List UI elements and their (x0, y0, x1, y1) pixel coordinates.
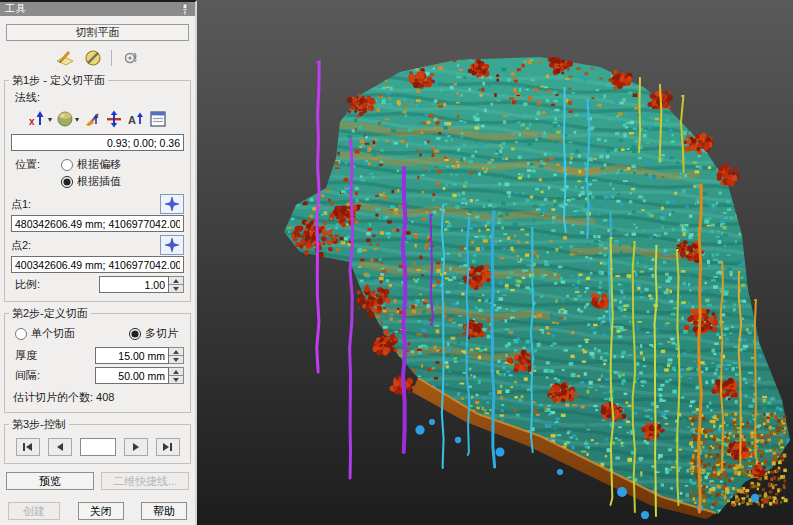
tool-toolbar (0, 47, 195, 69)
thickness-input[interactable] (95, 347, 169, 364)
normal-dialog-icon[interactable] (148, 110, 167, 129)
normal-label: 法线: (9, 90, 40, 105)
step2-group: 第2步-定义切面 单个切面 多切片 厚度 (4, 306, 191, 413)
first-slice-button[interactable] (16, 438, 40, 456)
sphere-dropdown-icon[interactable]: ▾ (75, 115, 79, 124)
application-window: 工具 切割平面 (0, 0, 793, 525)
tool-header-label: 切割平面 (76, 25, 120, 40)
grab-rotate-icon[interactable] (120, 48, 140, 68)
step1-legend: 第1步 - 定义切平面 (9, 73, 108, 88)
radio-multi-slices[interactable] (129, 328, 141, 340)
panel-title: 工具 (5, 2, 180, 16)
brush-normal-icon[interactable] (82, 110, 101, 129)
normal-value-input[interactable] (11, 134, 184, 151)
edit-cutting-plane-icon[interactable] (55, 48, 75, 68)
x-axis-arrow-icon[interactable]: x (28, 110, 47, 129)
invert-normal-icon[interactable] (104, 110, 123, 129)
point1-label: 点1: (11, 197, 31, 212)
radio-single-section[interactable] (15, 328, 27, 340)
point-cloud-canvas[interactable] (197, 0, 793, 525)
radio-by-value-label[interactable]: 根据插值 (77, 174, 121, 189)
auto-hide-pin-icon[interactable] (180, 3, 190, 15)
point1-pick-button[interactable] (160, 194, 184, 214)
step3-group: 第3步-控制 (4, 417, 191, 464)
position-label: 位置: (9, 155, 61, 191)
thickness-spinner (169, 347, 184, 364)
3d-viewport[interactable] (197, 0, 793, 525)
scale-spin-down[interactable] (169, 284, 183, 292)
scale-label: 比例: (11, 277, 99, 292)
preview-button[interactable]: 预览 (6, 472, 94, 490)
create-button[interactable]: 创建 (8, 502, 60, 520)
point2-label: 点2: (11, 238, 31, 253)
close-button[interactable]: 关闭 (78, 502, 124, 520)
radio-by-offset-label[interactable]: 根据偏移 (77, 157, 121, 172)
panel-titlebar[interactable]: 工具 (0, 2, 195, 16)
sphere-normal-icon[interactable] (55, 110, 74, 129)
x-axis-dropdown-icon[interactable]: ▾ (48, 115, 52, 124)
point2-value-input[interactable] (11, 256, 184, 273)
spacing-spin-up[interactable] (169, 368, 183, 375)
scale-spin-up[interactable] (169, 277, 183, 284)
spacing-spinner (169, 367, 184, 384)
scale-spinner (169, 276, 184, 293)
slice-counter-input[interactable] (80, 438, 116, 456)
thickness-spin-down[interactable] (169, 355, 183, 363)
point1-value-input[interactable] (11, 215, 184, 232)
thickness-label: 厚度 (11, 348, 95, 363)
next-slice-button[interactable] (124, 438, 148, 456)
radio-by-offset[interactable] (61, 159, 73, 171)
tools-panel: 工具 切割平面 (0, 0, 197, 525)
toolbar-separator (111, 50, 112, 66)
previous-slice-button[interactable] (48, 438, 72, 456)
thickness-spin-up[interactable] (169, 348, 183, 355)
position-block: 位置: 根据偏移 根据插值 (9, 155, 186, 191)
tool-header-cutting-plane[interactable]: 切割平面 (6, 24, 189, 41)
last-slice-button[interactable] (156, 438, 180, 456)
step3-legend: 第3步-控制 (9, 417, 69, 432)
spacing-input[interactable] (95, 367, 169, 384)
align-normal-icon[interactable]: A (126, 110, 145, 129)
polyline-2d-button[interactable]: 二维快捷线... (101, 472, 189, 490)
spacing-label: 间隔: (11, 368, 95, 383)
normal-icons-row: x ▾ ▾ (9, 108, 186, 130)
svg-text:x: x (29, 116, 35, 127)
step1-group: 第1步 - 定义切平面 法线: x ▾ (4, 73, 191, 302)
slice-navigation (9, 438, 186, 456)
point2-pick-button[interactable] (160, 235, 184, 255)
radio-single-section-label[interactable]: 单个切面 (31, 326, 75, 341)
slice-count-estimate: 估计切片的个数: 408 (13, 390, 184, 405)
step2-legend: 第2步-定义切面 (9, 306, 91, 321)
help-button[interactable]: 帮助 (141, 502, 187, 520)
scale-input[interactable] (99, 276, 169, 293)
delete-cutting-plane-icon[interactable] (83, 48, 103, 68)
svg-text:A: A (128, 114, 136, 126)
spacing-spin-down[interactable] (169, 375, 183, 383)
radio-by-value[interactable] (61, 176, 73, 188)
radio-multi-slices-label[interactable]: 多切片 (145, 326, 178, 341)
